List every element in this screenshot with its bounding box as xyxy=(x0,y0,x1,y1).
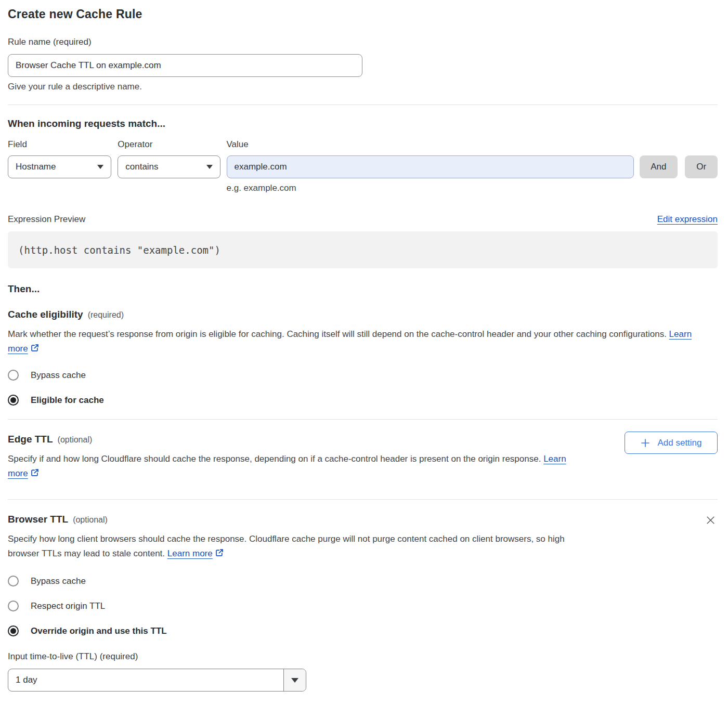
rule-name-helper: Give your rule a descriptive name. xyxy=(8,82,718,92)
radio-bypass-cache[interactable]: Bypass cache xyxy=(8,576,718,586)
radio-override-origin-ttl[interactable]: Override origin and use this TTL xyxy=(8,625,718,636)
rule-name-input[interactable] xyxy=(8,54,362,77)
browser-ttl-optional-tag: (optional) xyxy=(73,515,108,525)
external-link-icon xyxy=(30,467,40,482)
browser-ttl-learn-more-link[interactable]: Learn more xyxy=(167,549,213,558)
edge-ttl-description-text: Specify if and how long Cloudflare shoul… xyxy=(8,454,541,464)
browser-ttl-heading: Browser TTL (optional) xyxy=(8,514,718,525)
field-label: Field xyxy=(8,139,111,150)
radio-icon xyxy=(8,370,19,381)
expression-code-block: (http.host contains "example.com") xyxy=(8,231,718,268)
cache-eligibility-heading: Cache eligibility (required) xyxy=(8,309,718,320)
browser-ttl-section: Browser TTL (optional) Specify how long … xyxy=(8,514,718,692)
rule-name-label: Rule name (required) xyxy=(8,37,92,47)
radio-label: Bypass cache xyxy=(31,370,86,381)
and-button[interactable]: And xyxy=(640,155,678,178)
radio-icon xyxy=(8,601,19,611)
plus-icon xyxy=(640,438,651,448)
edge-ttl-section: Add setting Edge TTL (optional) Specify … xyxy=(8,434,718,482)
match-section-heading: When incoming requests match... xyxy=(8,118,718,129)
edge-ttl-description: Specify if and how long Cloudflare shoul… xyxy=(8,452,582,482)
add-setting-label: Add setting xyxy=(657,438,701,448)
operator-label: Operator xyxy=(118,139,220,150)
value-column: Value e.g. example.com xyxy=(227,139,634,193)
then-heading: Then... xyxy=(8,283,718,295)
cache-eligibility-title: Cache eligibility xyxy=(8,309,83,320)
edit-expression-link[interactable]: Edit expression xyxy=(657,214,718,225)
cache-eligibility-required-tag: (required) xyxy=(88,310,124,320)
radio-eligible-for-cache[interactable]: Eligible for cache xyxy=(8,395,718,406)
cache-eligibility-description-text: Mark whether the request’s response from… xyxy=(8,329,667,339)
operator-select[interactable]: contains xyxy=(118,155,220,178)
cache-eligibility-section: Cache eligibility (required) Mark whethe… xyxy=(8,309,718,406)
radio-label: Eligible for cache xyxy=(31,395,104,406)
edge-ttl-heading: Edge TTL (optional) xyxy=(8,434,718,445)
radio-icon xyxy=(8,395,19,406)
ttl-input-section: Input time-to-live (TTL) (required) 1 da… xyxy=(8,651,718,692)
ttl-select[interactable]: 1 day xyxy=(8,669,306,692)
section-divider xyxy=(8,105,718,105)
field-column: Field Hostname xyxy=(8,139,111,178)
chevron-down-icon xyxy=(97,165,103,169)
page-title: Create new Cache Rule xyxy=(8,7,718,21)
value-input[interactable] xyxy=(227,155,634,178)
rule-name-section: Rule name (required) Give your rule a de… xyxy=(8,37,718,92)
radio-label: Respect origin TTL xyxy=(31,601,105,611)
radio-bypass-cache[interactable]: Bypass cache xyxy=(8,370,718,381)
section-divider xyxy=(8,419,718,420)
expression-preview-label: Expression Preview xyxy=(8,214,85,225)
radio-label: Override origin and use this TTL xyxy=(31,626,167,636)
close-icon[interactable] xyxy=(704,514,717,526)
operator-column: Operator contains xyxy=(118,139,220,178)
operator-select-value: contains xyxy=(125,162,158,172)
external-link-icon xyxy=(215,547,224,562)
browser-ttl-options: Bypass cache Respect origin TTL Override… xyxy=(8,576,718,636)
ttl-select-value: 1 day xyxy=(8,669,283,691)
browser-ttl-title: Browser TTL xyxy=(8,514,68,525)
chevron-down-icon xyxy=(291,678,298,683)
expression-preview-header: Expression Preview Edit expression xyxy=(8,214,718,225)
cache-eligibility-description: Mark whether the request’s response from… xyxy=(8,327,710,357)
cache-eligibility-options: Bypass cache Eligible for cache xyxy=(8,370,718,406)
browser-ttl-description-text: Specify how long client browsers should … xyxy=(8,534,565,558)
expression-code: (http.host contains "example.com") xyxy=(18,244,220,256)
field-select[interactable]: Hostname xyxy=(8,155,111,178)
value-label: Value xyxy=(227,139,634,150)
radio-respect-origin-ttl[interactable]: Respect origin TTL xyxy=(8,601,718,611)
radio-icon xyxy=(8,576,19,586)
radio-label: Bypass cache xyxy=(31,576,86,586)
field-select-value: Hostname xyxy=(16,162,56,172)
or-button[interactable]: Or xyxy=(685,155,718,178)
edge-ttl-optional-tag: (optional) xyxy=(58,435,93,445)
external-link-icon xyxy=(30,343,40,357)
edge-ttl-title: Edge TTL xyxy=(8,434,53,445)
ttl-input-label: Input time-to-live (TTL) (required) xyxy=(8,651,138,661)
section-divider xyxy=(8,499,718,500)
ttl-select-arrow-box[interactable] xyxy=(283,669,306,691)
chevron-down-icon xyxy=(206,165,213,169)
radio-icon xyxy=(8,625,19,636)
match-row: Field Hostname Operator contains Value e… xyxy=(8,139,718,193)
add-setting-button[interactable]: Add setting xyxy=(625,432,718,454)
create-cache-rule-form: Create new Cache Rule Rule name (require… xyxy=(0,0,728,692)
browser-ttl-description: Specify how long client browsers should … xyxy=(8,532,582,562)
value-helper: e.g. example.com xyxy=(227,183,634,193)
